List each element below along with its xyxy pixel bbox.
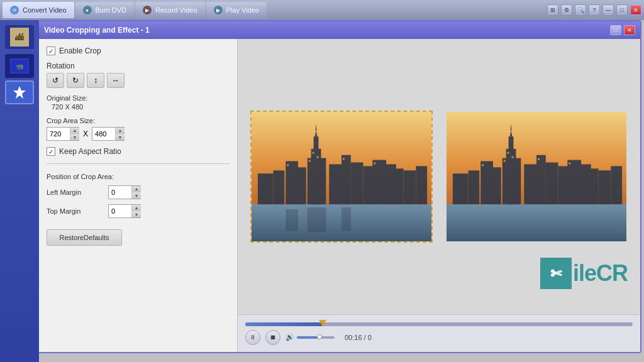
restore-defaults-btn[interactable]: RestoreDefaults [47, 229, 122, 246]
svg-rect-60 [569, 162, 570, 164]
left-margin-spinbox[interactable]: 0 ▲ ▼ [108, 185, 141, 199]
taskbar-search-btn[interactable]: 🔍 [575, 4, 586, 16]
watermark-overlay: ✄ ileCR [540, 258, 628, 289]
pause-btn[interactable]: ⏸ [245, 330, 260, 345]
taskbar-close-btn[interactable]: ✕ [630, 5, 641, 15]
top-margin-down[interactable]: ▼ [132, 211, 141, 217]
taskbar-help-btn[interactable]: ? [589, 4, 600, 16]
flip-vertical-btn[interactable]: ↕ [87, 73, 104, 88]
taskbar-right: ⊞ ⚙ 🔍 ? — □ ✕ [547, 4, 641, 16]
convert-video-icon: ⟳ [10, 6, 19, 14]
crop-height-spinbox[interactable]: 480 ▲ ▼ [92, 127, 125, 141]
rotation-buttons: ↺ ↻ ↕ ↔ [47, 73, 230, 88]
original-size-label: Original Size: [47, 94, 230, 102]
taskbar-grid-btn[interactable]: ⊞ [547, 4, 558, 16]
rotate-cw-btn[interactable]: ↻ [67, 73, 84, 88]
svg-rect-55 [504, 160, 506, 162]
svg-rect-10 [308, 158, 326, 205]
dialog-maximize-btn[interactable]: □ [610, 25, 621, 35]
preview-main: ✄ ileCR [238, 39, 640, 314]
svg-rect-53 [599, 170, 611, 204]
tab-convert-video-label: Convert Video [23, 6, 67, 14]
svg-rect-44 [524, 164, 538, 204]
stop-btn[interactable]: ⏹ [265, 330, 280, 345]
crop-width-input[interactable]: 720 [47, 129, 70, 139]
enable-crop-label: Enable Crop [59, 47, 101, 55]
secondary-frame-border [445, 111, 628, 243]
top-margin-up[interactable]: ▲ [132, 205, 141, 211]
top-margin-spinbox[interactable]: 0 ▲ ▼ [108, 204, 141, 218]
dialog-window-controls: □ ✕ [610, 25, 635, 35]
position-section: Position of Crop Area: Left Margin 0 ▲ ▼… [47, 172, 230, 218]
svg-rect-26 [309, 160, 311, 162]
tab-record-video-label: Record Video [155, 6, 197, 14]
dialog-title: Video Cropping and Effect - 1 [44, 26, 610, 35]
svg-rect-20 [372, 160, 386, 205]
crop-width-down[interactable]: ▼ [70, 134, 79, 140]
svg-rect-34 [341, 207, 351, 231]
svg-rect-49 [567, 160, 581, 205]
divider-1 [47, 163, 230, 164]
crop-area-label: Crop Area Size: [47, 117, 230, 124]
volume-row: 🔊 [286, 333, 335, 341]
taskbar-settings-btn[interactable]: ⚙ [561, 4, 572, 16]
crop-width-spinbox[interactable]: 720 ▲ ▼ [47, 127, 79, 141]
volume-icon: 🔊 [286, 333, 294, 341]
tab-convert-video[interactable]: ⟳ Convert Video [3, 2, 74, 18]
transport-controls: ⏸ ⏹ 🔊 00:16 / 0 [245, 330, 633, 345]
dialog-body: Enable Crop Rotation ↺ ↻ ↕ ↔ Original Si… [39, 39, 640, 352]
tab-play-video[interactable]: ▶ Play Video [206, 2, 267, 18]
svg-rect-33 [286, 209, 298, 231]
secondary-video-frame [445, 111, 628, 243]
secondary-video-image [447, 112, 626, 241]
crop-size-row: 720 ▲ ▼ X 480 ▲ ▼ [47, 127, 230, 141]
rotate-ccw-btn[interactable]: ↺ [47, 73, 64, 88]
flip-horizontal-btn[interactable]: ↔ [107, 73, 125, 88]
dialog-close-btn[interactable]: ✕ [624, 25, 635, 35]
crop-height-input[interactable]: 480 [92, 129, 115, 139]
svg-rect-45 [536, 155, 546, 204]
svg-rect-32 [308, 207, 326, 232]
svg-rect-25 [416, 166, 427, 204]
burn-dvd-icon: ● [83, 6, 92, 14]
crop-size-x-label: X [83, 129, 88, 138]
svg-rect-48 [558, 166, 569, 204]
keep-ar-checkbox[interactable] [47, 147, 55, 156]
record-video-icon: ▶ [143, 6, 152, 14]
tab-burn-dvd[interactable]: ● Burn DVD [75, 2, 135, 18]
crop-size-section: Crop Area Size: 720 ▲ ▼ X 480 ▲ [47, 117, 230, 141]
crop-height-arrows: ▲ ▼ [115, 128, 125, 140]
left-margin-up[interactable]: ▲ [132, 186, 141, 192]
enable-crop-checkbox[interactable] [47, 47, 55, 55]
left-margin-input[interactable]: 0 [109, 187, 131, 197]
left-margin-down[interactable]: ▼ [132, 192, 141, 199]
time-display: 00:16 / 0 [345, 334, 372, 341]
left-margin-label: Left Margin [47, 189, 103, 196]
progress-track[interactable] [245, 322, 633, 326]
taskbar: ⟳ Convert Video ● Burn DVD ▶ Record Vide… [0, 0, 644, 20]
svg-text:🏙: 🏙 [15, 32, 24, 42]
taskbar-maximize-btn[interactable]: □ [616, 4, 628, 16]
svg-rect-57 [512, 156, 514, 158]
svg-rect-59 [538, 158, 540, 160]
tab-record-video[interactable]: ▶ Record Video [135, 2, 204, 18]
volume-fill [297, 336, 319, 339]
svg-marker-5 [13, 86, 26, 99]
transport-bar: ⏸ ⏹ 🔊 00:16 / 0 [238, 314, 640, 352]
svg-rect-17 [351, 162, 364, 204]
original-size-section: Original Size: 720 X 480 [47, 94, 230, 111]
svg-rect-46 [546, 162, 558, 204]
svg-rect-43 [490, 167, 501, 204]
crop-width-up[interactable]: ▲ [70, 128, 79, 134]
position-label: Position of Crop Area: [47, 173, 230, 180]
crop-width-arrows: ▲ ▼ [70, 128, 79, 140]
crop-height-down[interactable]: ▼ [116, 134, 125, 140]
svg-text:✄: ✄ [550, 266, 563, 282]
svg-rect-36 [447, 204, 626, 241]
top-margin-input[interactable]: 0 [109, 206, 131, 216]
progress-thumb [319, 320, 326, 326]
crop-height-up[interactable]: ▲ [116, 128, 125, 134]
svg-rect-14 [295, 167, 306, 204]
volume-track[interactable] [297, 336, 335, 339]
taskbar-minimize-btn[interactable]: — [602, 4, 614, 16]
